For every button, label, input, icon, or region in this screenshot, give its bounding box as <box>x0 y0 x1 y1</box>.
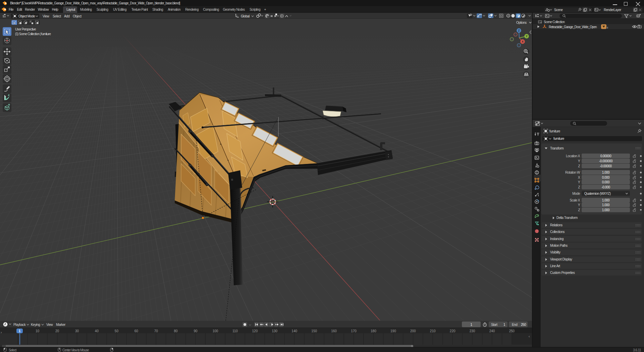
svg-text:⊞: ⊞ <box>607 26 608 29</box>
svg-text:X: X <box>522 40 524 43</box>
svg-text:Z: Z <box>518 29 520 32</box>
svg-text:Y: Y <box>526 35 528 38</box>
